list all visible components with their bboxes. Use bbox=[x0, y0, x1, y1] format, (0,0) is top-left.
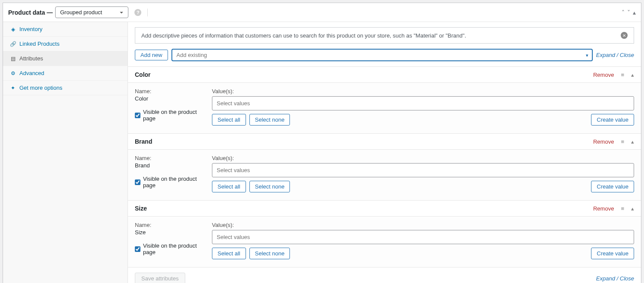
help-icon[interactable]: ? bbox=[134, 9, 141, 16]
attribute-header[interactable]: Color Remove ≡ ▴ bbox=[128, 67, 641, 82]
tab-attributes[interactable]: ▤ Attributes bbox=[3, 51, 128, 66]
name-label: Name: bbox=[135, 155, 202, 161]
attribute-title: Color bbox=[135, 71, 151, 78]
drag-handle-icon[interactable]: ≡ bbox=[621, 138, 624, 145]
attribute-block: Size Remove ≡ ▴ Name: Size Visible on th… bbox=[128, 201, 641, 267]
values-label: Value(s): bbox=[212, 222, 634, 228]
visible-checkbox[interactable] bbox=[135, 179, 140, 186]
drag-handle-icon[interactable]: ≡ bbox=[621, 205, 624, 212]
values-select[interactable] bbox=[212, 163, 634, 177]
inventory-icon: ◈ bbox=[10, 26, 16, 32]
add-existing-select[interactable] bbox=[171, 49, 593, 61]
values-label: Value(s): bbox=[212, 155, 634, 161]
info-row: Add descriptive pieces of information th… bbox=[128, 22, 641, 44]
attribute-name-column: Name: Color Visible on the product page bbox=[135, 88, 202, 126]
attribute-name-value: Brand bbox=[135, 162, 202, 169]
attribute-header-actions: Remove ≡ ▴ bbox=[593, 205, 634, 212]
attribute-block: Color Remove ≡ ▴ Name: Color Visible on … bbox=[128, 67, 641, 134]
tab-label: Attributes bbox=[19, 55, 43, 62]
attribute-name-column: Name: Brand Visible on the product page bbox=[135, 155, 202, 192]
panel-body: ◈ Inventory 🔗 Linked Products ▤ Attribut… bbox=[3, 22, 641, 283]
visible-checkbox-row[interactable]: Visible on the product page bbox=[135, 176, 202, 189]
drag-handle-icon[interactable]: ≡ bbox=[621, 72, 624, 78]
attribute-header[interactable]: Size Remove ≡ ▴ bbox=[128, 201, 641, 216]
create-value-button[interactable]: Create value bbox=[591, 181, 634, 192]
remove-attribute-link[interactable]: Remove bbox=[593, 72, 614, 78]
panel-title: Product data — bbox=[8, 9, 53, 16]
visible-checkbox[interactable] bbox=[135, 246, 140, 252]
values-actions: Select all Select none Create value bbox=[212, 114, 634, 126]
create-value-button[interactable]: Create value bbox=[591, 114, 634, 126]
tab-label: Inventory bbox=[19, 26, 42, 32]
collapse-icon[interactable]: ▴ bbox=[631, 72, 634, 78]
attribute-title: Size bbox=[135, 205, 147, 212]
tab-label: Advanced bbox=[19, 70, 44, 76]
attribute-block: Brand Remove ≡ ▴ Name: Brand Visible on … bbox=[128, 134, 641, 201]
values-label: Value(s): bbox=[212, 88, 634, 94]
info-bar: Add descriptive pieces of information th… bbox=[135, 27, 634, 44]
panel-header-actions: ˄ ˅ ▴ bbox=[622, 9, 636, 16]
panel-toggle-icon[interactable]: ▴ bbox=[633, 9, 636, 16]
collapse-icon[interactable]: ▴ bbox=[631, 138, 634, 145]
info-text: Add descriptive pieces of information th… bbox=[141, 32, 466, 39]
attribute-body: Name: Color Visible on the product page … bbox=[128, 82, 641, 133]
visible-label: Visible on the product page bbox=[143, 109, 202, 122]
visible-label: Visible on the product page bbox=[143, 242, 202, 255]
link-icon: 🔗 bbox=[10, 41, 16, 47]
attribute-values-column: Value(s): Select all Select none Create … bbox=[212, 155, 634, 192]
panel-header: Product data — Grouped product ? ˄ ˅ ▴ bbox=[3, 3, 641, 22]
panel-move-up-icon[interactable]: ˄ bbox=[622, 9, 625, 16]
name-label: Name: bbox=[135, 88, 202, 94]
expand-collapse-link-bottom[interactable]: Expand / Close bbox=[596, 275, 634, 282]
select-all-button[interactable]: Select all bbox=[212, 181, 246, 192]
select-all-button[interactable]: Select all bbox=[212, 248, 246, 259]
tab-label: Linked Products bbox=[19, 41, 59, 47]
remove-attribute-link[interactable]: Remove bbox=[593, 205, 614, 212]
product-data-panel: Product data — Grouped product ? ˄ ˅ ▴ ◈… bbox=[3, 3, 641, 283]
select-none-button[interactable]: Select none bbox=[249, 248, 290, 259]
attribute-body: Name: Brand Visible on the product page … bbox=[128, 149, 641, 200]
values-select[interactable] bbox=[212, 96, 634, 110]
attributes-tab-content: Add descriptive pieces of information th… bbox=[128, 22, 641, 283]
attribute-values-column: Value(s): Select all Select none Create … bbox=[212, 88, 634, 126]
values-select[interactable] bbox=[212, 230, 634, 244]
visible-checkbox-row[interactable]: Visible on the product page bbox=[135, 242, 202, 255]
tab-inventory[interactable]: ◈ Inventory bbox=[3, 22, 128, 37]
product-type-select[interactable]: Grouped product bbox=[55, 6, 128, 18]
attribute-name-value: Color bbox=[135, 95, 202, 102]
attribute-values-column: Value(s): Select all Select none Create … bbox=[212, 222, 634, 259]
select-all-button[interactable]: Select all bbox=[212, 114, 246, 126]
expand-collapse-link[interactable]: Expand / Close bbox=[596, 52, 634, 58]
values-actions: Select all Select none Create value bbox=[212, 248, 634, 259]
dismiss-icon[interactable]: ✕ bbox=[621, 32, 628, 39]
select-none-button[interactable]: Select none bbox=[249, 181, 290, 192]
remove-attribute-link[interactable]: Remove bbox=[593, 138, 614, 145]
panel-move-down-icon[interactable]: ˅ bbox=[627, 9, 630, 16]
tab-get-more-options[interactable]: ✦ Get more options bbox=[3, 81, 128, 95]
values-actions: Select all Select none Create value bbox=[212, 181, 634, 192]
tab-linked-products[interactable]: 🔗 Linked Products bbox=[3, 37, 128, 51]
collapse-icon[interactable]: ▴ bbox=[631, 205, 634, 212]
attribute-header-actions: Remove ≡ ▴ bbox=[593, 72, 634, 78]
attributes-icon: ▤ bbox=[10, 56, 16, 62]
gear-icon: ⚙ bbox=[10, 70, 16, 76]
attributes-toolbar: Add new ▾ Expand / Close bbox=[128, 44, 641, 67]
tab-advanced[interactable]: ⚙ Advanced bbox=[3, 66, 128, 81]
attribute-name-column: Name: Size Visible on the product page bbox=[135, 222, 202, 259]
create-value-button[interactable]: Create value bbox=[591, 248, 634, 259]
header-separator bbox=[147, 9, 148, 16]
attribute-body: Name: Size Visible on the product page V… bbox=[128, 216, 641, 267]
tab-label: Get more options bbox=[19, 85, 62, 91]
attribute-title: Brand bbox=[135, 138, 152, 145]
attribute-header[interactable]: Brand Remove ≡ ▴ bbox=[128, 134, 641, 149]
add-new-button[interactable]: Add new bbox=[135, 50, 168, 60]
select-none-button[interactable]: Select none bbox=[249, 114, 290, 126]
product-data-tabs: ◈ Inventory 🔗 Linked Products ▤ Attribut… bbox=[3, 22, 128, 283]
visible-checkbox[interactable] bbox=[135, 112, 140, 119]
visible-label: Visible on the product page bbox=[143, 176, 202, 189]
attribute-name-value: Size bbox=[135, 229, 202, 236]
visible-checkbox-row[interactable]: Visible on the product page bbox=[135, 109, 202, 122]
save-attributes-button[interactable]: Save attributes bbox=[135, 273, 185, 283]
name-label: Name: bbox=[135, 222, 202, 228]
more-icon: ✦ bbox=[10, 85, 16, 91]
